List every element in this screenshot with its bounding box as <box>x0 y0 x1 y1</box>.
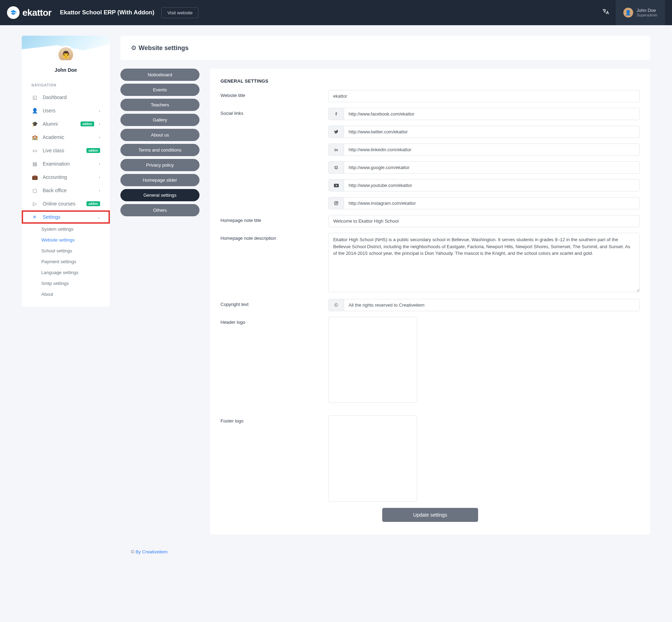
academic-icon: 🏫 <box>31 134 38 140</box>
briefcase-icon: 💼 <box>31 174 38 180</box>
visit-website-button[interactable]: Visit website <box>161 7 198 18</box>
sidebar-item-accounting[interactable]: 💼 Accounting › <box>22 170 110 184</box>
nav-label: Examination <box>43 161 94 167</box>
label-copyright: Copyright text <box>220 299 328 311</box>
linkedin-input[interactable] <box>344 144 640 156</box>
sidebar-item-dashboard[interactable]: ◱ Dashboard <box>22 91 110 104</box>
sidebar-item-live-class[interactable]: ▭ Live class addon <box>22 144 110 157</box>
nav-label: Dashboard <box>43 95 100 100</box>
chevron-right-icon: › <box>99 189 100 193</box>
google-icon: G <box>328 161 344 174</box>
website-title-input[interactable] <box>328 90 640 102</box>
subnav-about[interactable]: About <box>31 289 110 300</box>
sidebar-item-users[interactable]: 👤 Users › <box>22 104 110 117</box>
tab-terms[interactable]: Terms and conditions <box>120 144 200 156</box>
subnav-payment-settings[interactable]: Payment settings <box>31 256 110 267</box>
users-icon: 👤 <box>31 107 38 114</box>
twitter-icon <box>328 126 344 138</box>
alumni-icon: 🎓 <box>31 121 38 127</box>
profile-name: John Doe <box>22 67 110 73</box>
app-title: Ekattor School ERP (With Addon) <box>60 9 154 16</box>
chevron-right-icon: › <box>99 162 100 166</box>
nav-label: Accounting <box>43 174 94 180</box>
nav-label: Online courses <box>43 201 82 207</box>
tab-about-us[interactable]: About us <box>120 129 200 141</box>
update-settings-button[interactable]: Update settings <box>382 508 478 522</box>
page-header: ⚙ Website settings <box>120 36 650 60</box>
tools-icon: ✕ <box>31 214 38 220</box>
tab-homepage-slider[interactable]: Homepage slider <box>120 174 200 186</box>
form-heading: GENERAL SETTINGS <box>220 78 640 84</box>
play-icon: ▷ <box>31 201 38 207</box>
addon-badge: addon <box>86 201 100 206</box>
subnav-system-settings[interactable]: System settings <box>31 224 110 235</box>
homepage-note-desc-textarea[interactable] <box>328 233 640 292</box>
dashboard-icon: ◱ <box>31 94 38 100</box>
homepage-note-title-input[interactable] <box>328 215 640 227</box>
user-menu[interactable]: 👤 John Doe Superadmin <box>616 0 665 25</box>
sidebar-item-back-office[interactable]: ▢ Back office › <box>22 184 110 197</box>
subnav-school-settings[interactable]: School settings <box>31 245 110 256</box>
gear-icon: ⚙ <box>131 44 136 52</box>
svg-point-2 <box>335 202 337 204</box>
footer-logo-upload[interactable] <box>328 415 417 502</box>
nav-label: Academic <box>43 134 94 140</box>
subnav-website-settings[interactable]: Website settings <box>31 235 110 245</box>
sidebar-item-examination[interactable]: ▤ Examination › <box>22 157 110 170</box>
subnav-smtp-settings[interactable]: Smtp settings <box>31 278 110 289</box>
topbar: ekattor Ekattor School ERP (With Addon) … <box>0 0 672 25</box>
tab-noticeboard[interactable]: Noticeboard <box>120 69 200 81</box>
page-title: Website settings <box>139 44 189 52</box>
general-settings-form: GENERAL SETTINGS Website title Social li… <box>210 69 650 534</box>
sidebar-item-alumni[interactable]: 🎓 Alumni addon › <box>22 117 110 131</box>
addon-badge: addon <box>86 148 100 153</box>
tab-others[interactable]: Others <box>120 204 200 216</box>
tab-events[interactable]: Events <box>120 84 200 96</box>
instagram-icon <box>328 197 344 209</box>
label-website-title: Website title <box>220 90 328 102</box>
language-icon[interactable] <box>602 8 609 18</box>
instagram-input[interactable] <box>344 197 640 209</box>
tab-teachers[interactable]: Teachers <box>120 99 200 111</box>
tab-general-settings[interactable]: General settings <box>120 189 200 201</box>
chevron-down-icon: ⌄ <box>97 215 100 219</box>
brand-logo[interactable]: ekattor <box>7 6 51 19</box>
video-icon: ▭ <box>31 147 38 154</box>
youtube-input[interactable] <box>344 179 640 191</box>
google-input[interactable] <box>344 161 640 174</box>
label-header-logo: Header logo <box>220 317 328 403</box>
youtube-icon <box>328 179 344 191</box>
subnav-language-settings[interactable]: Language settings <box>31 267 110 278</box>
avatar: 👤 <box>623 8 633 18</box>
copyright-input[interactable] <box>344 299 640 311</box>
tab-privacy[interactable]: Privacy policy <box>120 159 200 171</box>
sidebar-item-online-courses[interactable]: ▷ Online courses addon <box>22 197 110 210</box>
box-icon: ▢ <box>31 187 38 194</box>
chevron-right-icon: › <box>99 109 100 113</box>
nav-label: Settings <box>43 214 92 220</box>
label-footer-logo: Footer logo <box>220 415 328 502</box>
facebook-input[interactable] <box>344 108 640 120</box>
nav-label: Alumni <box>43 121 76 127</box>
footer-link[interactable]: By Creativeitem <box>135 549 168 554</box>
exam-icon: ▤ <box>31 161 38 167</box>
user-role: Superadmin <box>637 13 657 18</box>
nav-label: Live class <box>43 148 82 153</box>
tab-gallery[interactable]: Gallery <box>120 114 200 126</box>
header-logo-upload[interactable] <box>328 317 417 403</box>
linkedin-icon: in <box>328 144 344 156</box>
logo-icon <box>7 6 20 19</box>
label-homepage-note-title: Homepage note title <box>220 215 328 227</box>
sidebar-item-academic[interactable]: 🏫 Academic › <box>22 131 110 144</box>
nav-label: Back office <box>43 188 94 193</box>
sidebar-item-settings[interactable]: ✕ Settings ⌄ <box>22 210 110 224</box>
twitter-input[interactable] <box>344 126 640 138</box>
label-homepage-note-desc: Homepage note description <box>220 233 328 293</box>
brand-name: ekattor <box>22 7 51 18</box>
sidebar: 👨 John Doe NAVIGATION ◱ Dashboard 👤 User… <box>22 36 110 307</box>
settings-submenu: System settings Website settings School … <box>22 224 110 300</box>
nav-label: Users <box>43 108 94 113</box>
label-social-links: Social links <box>220 108 328 209</box>
footer-prefix: © <box>131 549 135 554</box>
footer: © By Creativeitem <box>120 543 650 558</box>
